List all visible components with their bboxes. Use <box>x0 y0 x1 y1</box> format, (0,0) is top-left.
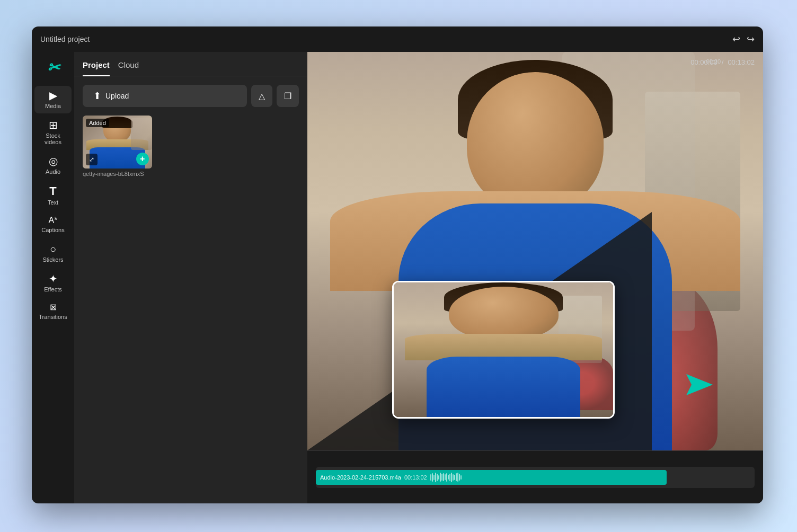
panel-content: ⬆ Upload △ ❐ <box>74 76 307 503</box>
bg-person-head <box>467 72 604 211</box>
sidebar-item-media[interactable]: ▶ Media <box>34 86 72 113</box>
waveform-bar <box>440 473 441 482</box>
media-item[interactable]: Added ⤢ + getty-images-bL8txmxS <box>83 116 152 177</box>
transitions-label: Transitions <box>39 314 67 320</box>
audio-label: Audio <box>46 169 60 175</box>
sidebar-item-stock-videos[interactable]: ⊞ Stock videos <box>34 116 72 149</box>
add-to-timeline-button[interactable]: + <box>136 153 149 165</box>
timeline-audio: Audio-2023-02-24-215703.m4a 00:13:02 <box>316 467 755 488</box>
header-title: Untitled project <box>40 35 90 43</box>
stock-videos-icon: ⊞ <box>49 120 58 130</box>
sidebar-item-effects[interactable]: ✦ Effects <box>34 269 72 297</box>
captions-label: Captions <box>41 227 64 233</box>
sidebar-item-text[interactable]: T Text <box>34 181 72 210</box>
preview-gym-scene <box>394 282 613 417</box>
upload-button[interactable]: ⬆ Upload <box>83 85 247 107</box>
dropbox-button[interactable]: ❐ <box>277 85 299 107</box>
waveform-bar <box>433 475 435 480</box>
content: ✂ ▶ Media ⊞ Stock videos ◎ Audio T Text … <box>32 52 763 503</box>
timeline-track[interactable]: Audio-2023-02-24-215703.m4a 00:13:02 <box>316 467 755 488</box>
gym-equipment <box>131 118 152 150</box>
expand-button[interactable]: ⤢ <box>86 154 98 165</box>
waveform-bar <box>451 473 452 482</box>
audio-waveform <box>430 472 462 483</box>
waveform-bar <box>459 474 460 481</box>
cursor-arrow-icon <box>684 369 715 401</box>
effects-icon: ✦ <box>49 273 58 284</box>
upload-icon: ⬆ <box>93 90 101 102</box>
media-thumbnail: Added ⤢ + <box>83 116 152 169</box>
stock-videos-label: Stock videos <box>37 132 69 145</box>
stickers-icon: ○ <box>50 244 56 254</box>
app-container: Untitled project ↩ ↪ ✂ ▶ Media ⊞ Stock v… <box>32 26 763 503</box>
sidebar-item-transitions[interactable]: ⊠ Transitions <box>34 299 72 324</box>
stickers-label: Stickers <box>42 256 63 263</box>
waveform-bar <box>437 474 438 481</box>
waveform-bar <box>445 474 446 480</box>
sidebar: ✂ ▶ Media ⊞ Stock videos ◎ Audio T Text … <box>32 52 74 503</box>
transitions-icon: ⊠ <box>50 303 57 312</box>
time-total: 00:13:02 <box>728 58 755 66</box>
upload-area: ⬆ Upload △ ❐ <box>83 85 299 107</box>
waveform-bar <box>448 475 449 480</box>
waveform-bar <box>435 473 436 482</box>
media-icon: ▶ <box>49 90 57 101</box>
audio-clip-duration: 00:13:02 <box>404 474 427 481</box>
preview-card-inner <box>394 282 613 417</box>
timeline: Audio-2023-02-24-215703.m4a 00:13:02 <box>307 450 763 503</box>
audio-icon: ◎ <box>49 156 58 166</box>
dropbox-icon: ❐ <box>284 92 291 101</box>
preview-area: 00:00:00 / 00:13:02 00:20 Audio-2023-02-… <box>307 52 763 503</box>
waveform-bar <box>461 475 462 480</box>
waveform-bar <box>456 473 457 481</box>
time-separator: / <box>722 58 724 66</box>
waveform-bar <box>453 474 454 481</box>
media-item-name: getty-images-bL8txmxS <box>83 171 152 177</box>
text-icon: T <box>49 185 56 197</box>
audio-clip-name: Audio-2023-02-24-215703.m4a <box>320 474 401 481</box>
app-logo: ✂ <box>47 60 59 75</box>
redo-button[interactable]: ↪ <box>747 33 755 45</box>
tab-project[interactable]: Project <box>83 60 110 76</box>
waveform-bar <box>443 473 444 481</box>
preview-person-head <box>449 287 559 341</box>
effects-label: Effects <box>44 286 61 292</box>
preview-card <box>392 281 615 419</box>
google-drive-button[interactable]: △ <box>251 85 272 107</box>
sidebar-item-captions[interactable]: A* Captions <box>34 212 72 237</box>
sidebar-item-audio[interactable]: ◎ Audio <box>34 152 72 179</box>
waveform-bar <box>441 474 442 481</box>
header-controls: ↩ ↪ <box>732 33 755 45</box>
waveform-bar <box>432 473 433 482</box>
media-label: Media <box>45 103 61 109</box>
panel-tabs: Project Cloud <box>74 52 307 76</box>
waveform-bar <box>446 473 447 482</box>
svg-marker-0 <box>686 374 713 395</box>
waveform-bar <box>438 475 439 480</box>
waveform-bar <box>457 473 458 482</box>
logo-icon: ✂ <box>47 59 59 76</box>
undo-button[interactable]: ↩ <box>732 33 740 45</box>
sidebar-item-stickers[interactable]: ○ Stickers <box>34 240 72 267</box>
captions-icon: A* <box>49 216 58 225</box>
video-preview: 00:00:00 / 00:13:02 00:20 <box>307 52 763 450</box>
media-panel: Project Cloud ⬆ Upload △ ❐ <box>74 52 307 503</box>
google-drive-icon: △ <box>259 92 265 101</box>
waveform-bar <box>454 475 455 480</box>
upload-label: Upload <box>105 92 129 100</box>
time-display: 00:00:00 / 00:13:02 <box>690 58 755 66</box>
tab-cloud[interactable]: Cloud <box>118 60 139 76</box>
ruler-mark: 00:20 <box>706 58 721 65</box>
audio-clip[interactable]: Audio-2023-02-24-215703.m4a 00:13:02 <box>316 470 667 485</box>
preview-person-body <box>427 357 580 417</box>
waveform-bar <box>430 474 431 481</box>
added-badge: Added <box>86 119 109 127</box>
waveform-bar <box>449 474 450 481</box>
media-grid: Added ⤢ + getty-images-bL8txmxS <box>83 116 299 177</box>
text-label: Text <box>48 199 58 206</box>
header: Untitled project ↩ ↪ <box>32 26 763 52</box>
cursor-container <box>684 369 715 403</box>
